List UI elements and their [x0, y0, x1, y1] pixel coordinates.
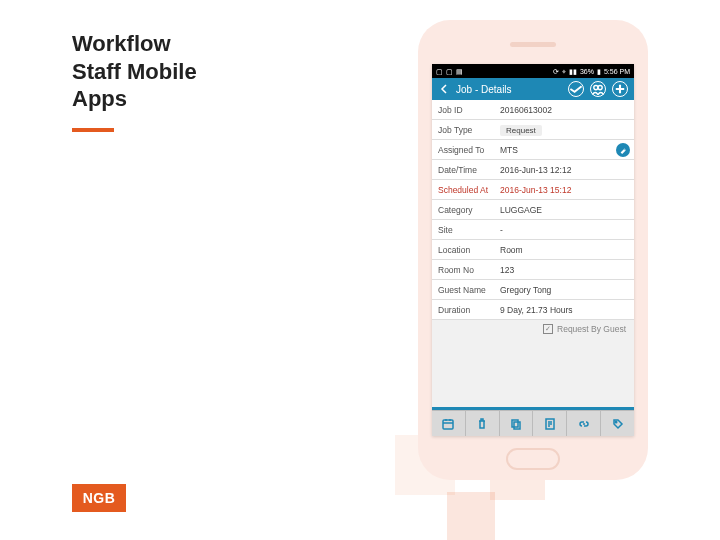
label-request-by-guest: Request By Guest: [557, 324, 626, 334]
svg-rect-2: [443, 420, 453, 429]
toolbar-tag-button[interactable]: [601, 411, 634, 436]
row-duration: Duration 9 Day, 21.73 Hours: [432, 300, 634, 320]
label-duration: Duration: [438, 305, 500, 315]
value-site: -: [500, 225, 628, 235]
row-scheduled: Scheduled At 2016-Jun-13 15:12: [432, 180, 634, 200]
value-job-id: 20160613002: [500, 105, 628, 115]
toolbar-delete-button[interactable]: [466, 411, 500, 436]
battery-icon: ▮: [597, 68, 601, 75]
details-content: Job ID 20160613002 Job Type Request Assi…: [432, 100, 634, 407]
toolbar-copy-button[interactable]: [500, 411, 534, 436]
users-icon[interactable]: [590, 81, 606, 97]
assign-edit-button[interactable]: [616, 143, 630, 157]
title-line3: Apps: [72, 86, 127, 111]
svg-rect-3: [512, 420, 518, 427]
value-job-type: Request: [500, 125, 628, 135]
app-bar: Job - Details: [432, 78, 634, 100]
toolbar-note-button[interactable]: [533, 411, 567, 436]
location-icon: ⌖: [562, 68, 566, 75]
svg-point-1: [598, 86, 602, 90]
label-room-no: Room No: [438, 265, 500, 275]
value-guest-name: Gregory Tong: [500, 285, 628, 295]
phone-screen: ▢ ▢ ▤ ⟳ ⌖ ▮▮ 36% ▮ 5:56 PM Job - Details: [432, 64, 634, 436]
row-site: Site -: [432, 220, 634, 240]
logo: NGB: [72, 484, 126, 512]
chip-job-type: Request: [500, 125, 542, 136]
decor-square: [447, 492, 495, 540]
row-room-no: Room No 123: [432, 260, 634, 280]
row-guest-name: Guest Name Gregory Tong: [432, 280, 634, 300]
row-job-id: Job ID 20160613002: [432, 100, 634, 120]
app-icon: ▢: [446, 68, 453, 75]
status-bar: ▢ ▢ ▤ ⟳ ⌖ ▮▮ 36% ▮ 5:56 PM: [432, 64, 634, 78]
app-bar-title: Job - Details: [456, 84, 562, 95]
content-filler: [432, 338, 634, 407]
row-assigned-to[interactable]: Assigned To MTS: [432, 140, 634, 160]
value-assigned-to: MTS: [500, 145, 628, 155]
app-icon: ▤: [456, 68, 463, 75]
value-room-no: 123: [500, 265, 628, 275]
phone-frame: ▢ ▢ ▤ ⟳ ⌖ ▮▮ 36% ▮ 5:56 PM Job - Details: [418, 20, 648, 480]
page-title: Workflow Staff Mobile Apps: [72, 30, 197, 113]
status-time: 5:56 PM: [604, 68, 630, 75]
label-scheduled: Scheduled At: [438, 185, 500, 195]
row-job-type: Job Type Request: [432, 120, 634, 140]
value-datetime: 2016-Jun-13 12:12: [500, 165, 628, 175]
title-line2: Staff Mobile: [72, 59, 197, 84]
app-icon: ▢: [436, 68, 443, 75]
phone-home-button[interactable]: [506, 448, 560, 470]
checkbox-icon[interactable]: ✓: [543, 324, 553, 334]
bottom-toolbar: [432, 410, 634, 436]
status-left: ▢ ▢ ▤: [436, 68, 463, 75]
signal-icon: ▮▮: [569, 68, 577, 75]
toolbar-calendar-button[interactable]: [432, 411, 466, 436]
row-datetime: Date/Time 2016-Jun-13 12:12: [432, 160, 634, 180]
status-right: ⟳ ⌖ ▮▮ 36% ▮ 5:56 PM: [553, 68, 630, 75]
logo-text: NGB: [83, 490, 116, 506]
label-location: Location: [438, 245, 500, 255]
back-button[interactable]: [438, 83, 450, 95]
value-location: Room: [500, 245, 628, 255]
row-request-by-guest[interactable]: ✓ Request By Guest: [432, 320, 634, 338]
title-underline: [72, 128, 114, 132]
svg-rect-4: [514, 422, 520, 429]
label-assigned-to: Assigned To: [438, 145, 500, 155]
svg-point-6: [615, 421, 617, 423]
row-location: Location Room: [432, 240, 634, 260]
label-job-id: Job ID: [438, 105, 500, 115]
handshake-icon[interactable]: [568, 81, 584, 97]
sync-icon: ⟳: [553, 68, 559, 75]
label-category: Category: [438, 205, 500, 215]
toolbar-link-button[interactable]: [567, 411, 601, 436]
value-duration: 9 Day, 21.73 Hours: [500, 305, 628, 315]
add-button[interactable]: [612, 81, 628, 97]
phone-speaker: [510, 42, 556, 47]
title-line1: Workflow: [72, 31, 171, 56]
value-category: LUGGAGE: [500, 205, 628, 215]
battery-pct: 36%: [580, 68, 594, 75]
label-guest-name: Guest Name: [438, 285, 500, 295]
label-site: Site: [438, 225, 500, 235]
row-category: Category LUGGAGE: [432, 200, 634, 220]
label-datetime: Date/Time: [438, 165, 500, 175]
label-job-type: Job Type: [438, 125, 500, 135]
value-scheduled: 2016-Jun-13 15:12: [500, 185, 628, 195]
